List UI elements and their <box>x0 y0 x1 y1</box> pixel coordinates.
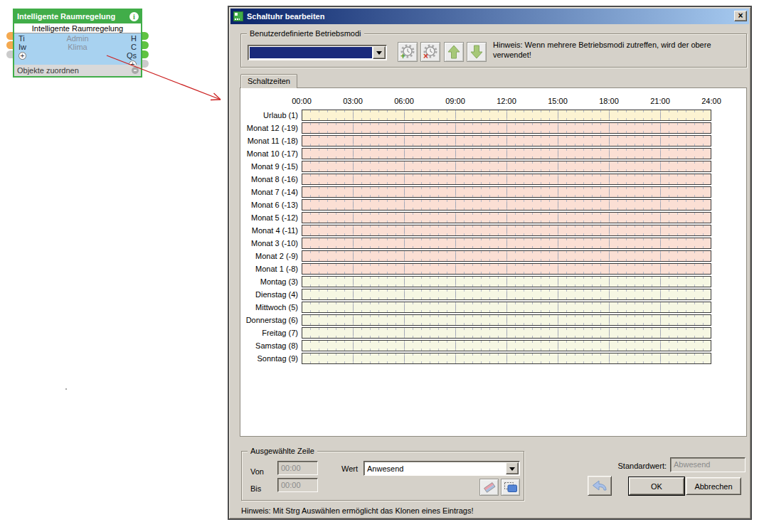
schedule-row-label[interactable]: Monat 8 (-16) <box>240 174 298 184</box>
schedule-row-track[interactable] <box>302 353 711 364</box>
von-label: Von <box>250 467 264 476</box>
time-axis-label: 06:00 <box>387 97 421 105</box>
betriebsmodi-combobox-dropdown-button[interactable] <box>373 46 386 59</box>
schedule-row-track[interactable] <box>302 212 711 223</box>
info-icon[interactable]: i <box>129 12 139 21</box>
schedule-row-track[interactable] <box>302 340 711 351</box>
schedule-row-label[interactable]: Monat 3 (-10) <box>240 238 298 248</box>
down-arrow-icon <box>470 45 483 59</box>
gear-icon[interactable] <box>132 67 139 74</box>
schedule-row-label[interactable]: Monat 1 (-8) <box>240 264 298 274</box>
schedule-row-track[interactable] <box>302 276 711 287</box>
tab-schaltzeiten[interactable]: Schaltzeiten <box>240 74 297 88</box>
schedule-row-label[interactable]: Mittwoch (5) <box>240 302 298 312</box>
ausgewaehlte-zeile-label: Ausgewählte Zeile <box>248 447 317 455</box>
schedule-row-label[interactable]: Monat 9 (-15) <box>240 161 298 171</box>
schedule-row-track[interactable] <box>302 199 711 211</box>
schedule-row-track[interactable] <box>302 289 711 300</box>
standardwert-label: Standardwert: <box>560 462 667 470</box>
schedule-row-label[interactable]: Monat 2 (-9) <box>240 251 298 261</box>
schedule-row-track[interactable] <box>302 135 711 147</box>
schedule-row-label[interactable]: Monat 7 (-14) <box>240 187 298 197</box>
time-axis-label: 09:00 <box>438 97 472 105</box>
dialog-titlebar[interactable]: Schaltuhr bearbeiten × <box>230 9 749 24</box>
erase-button[interactable] <box>479 479 499 496</box>
center-label: Klima <box>14 43 141 51</box>
input-port-0[interactable] <box>6 32 13 40</box>
block-body: TiIw+ AdminKlima HCQs+ <box>14 33 141 65</box>
schedule-row-track[interactable] <box>302 238 711 249</box>
selection-marquee-icon <box>504 481 518 494</box>
schedule-row-track[interactable] <box>302 148 711 159</box>
function-block-intelligente-raumregelung[interactable]: Intelligente Raumregelung i Intelligente… <box>13 9 142 78</box>
schedule-row-label[interactable]: Urlaub (1) <box>240 110 298 120</box>
wert-combobox-value: Anwesend <box>367 463 403 474</box>
output-port-1[interactable] <box>142 41 149 49</box>
schedule-row-track[interactable] <box>302 250 711 262</box>
schedule-row-label[interactable]: Monat 5 (-12) <box>240 213 298 223</box>
betriebsmodi-hint: Hinweis: Wenn mehrere Betriebsmodi zutre… <box>493 40 742 60</box>
schedule-row-label[interactable]: Samstag (8) <box>240 341 298 351</box>
schedule-row-track[interactable] <box>302 302 711 313</box>
cancel-button[interactable]: Abbrechen <box>686 477 741 495</box>
schedule-row-label[interactable]: Montag (3) <box>240 277 298 287</box>
schedule-row-track[interactable] <box>302 314 711 326</box>
delete-mode-button[interactable]: × <box>420 42 440 62</box>
block-footer[interactable]: Objekte zuordnen <box>14 65 141 76</box>
schedule-row-label[interactable]: Sonntag (9) <box>240 353 298 363</box>
schedule-row-label[interactable]: Dienstag (4) <box>240 289 298 299</box>
input-port-2[interactable] <box>6 50 13 58</box>
schedule-row-track[interactable] <box>302 327 711 339</box>
schedule-row-track[interactable] <box>302 225 711 236</box>
schedule-row-track[interactable] <box>302 122 711 134</box>
move-up-button[interactable] <box>444 42 464 62</box>
input-port-1[interactable] <box>6 41 13 49</box>
bottom-hint: Hinweis: Mit Strg Auswählen ermöglicht d… <box>241 506 474 515</box>
undo-button[interactable] <box>588 476 612 496</box>
schedule-row-track[interactable] <box>302 263 711 275</box>
schedule-row-track[interactable] <box>302 174 711 185</box>
add-mode-button[interactable]: + <box>398 42 418 62</box>
wert-combobox-dropdown-button[interactable] <box>506 462 519 474</box>
add-input-button[interactable]: + <box>18 52 26 60</box>
chevron-down-icon <box>376 51 382 58</box>
standardwert-field: Abwesend <box>670 457 746 472</box>
schedule-row-track[interactable] <box>302 186 711 198</box>
schedule-row-label[interactable]: Monat 12 (-19) <box>240 123 298 133</box>
block-title: Intelligente Raumregelung <box>17 12 115 21</box>
close-button[interactable]: × <box>734 11 747 21</box>
schedule-row-label[interactable]: Freitag (7) <box>240 328 298 338</box>
output-label: H <box>127 34 137 43</box>
wert-combobox[interactable]: Anwesend <box>364 461 520 476</box>
chevron-down-icon <box>509 467 515 474</box>
ok-button[interactable]: OK <box>629 477 684 495</box>
block-outputs: HCQs+ <box>127 34 137 68</box>
betriebsmodi-group-label: Benutzerdefinierte Betriebsmodi <box>247 29 364 38</box>
schedule-row-label[interactable]: Monat 6 (-13) <box>240 200 298 210</box>
center-label: Admin <box>14 34 141 43</box>
output-label: C <box>127 43 137 51</box>
output-port-3[interactable] <box>142 60 149 68</box>
bis-field: 00:00 <box>277 478 318 492</box>
wert-label: Wert <box>341 464 358 473</box>
schedule-row-label[interactable]: Monat 10 (-17) <box>240 149 298 159</box>
select-all-button[interactable] <box>501 479 520 496</box>
undo-arrow-icon <box>591 479 608 493</box>
time-axis-label: 18:00 <box>592 97 626 105</box>
schedule-row-label[interactable]: Monat 11 (-18) <box>240 136 298 146</box>
app-icon <box>233 11 243 21</box>
time-axis-label: 24:00 <box>694 97 728 105</box>
move-down-button[interactable] <box>467 42 487 62</box>
output-port-0[interactable] <box>142 32 149 40</box>
time-axis-label: 12:00 <box>489 97 524 105</box>
screen: Intelligente Raumregelung i Intelligente… <box>0 0 764 532</box>
up-arrow-icon <box>447 45 460 59</box>
schedule-row-label[interactable]: Donnerstag (6) <box>240 315 298 325</box>
delete-badge: × <box>423 52 428 60</box>
schedule-row-label[interactable]: Monat 4 (-11) <box>240 225 298 235</box>
block-footer-label: Objekte zuordnen <box>17 66 79 75</box>
schedule-row-track[interactable] <box>302 161 711 172</box>
schedule-row-track[interactable] <box>302 110 711 121</box>
output-port-2[interactable] <box>142 50 149 58</box>
betriebsmodi-combobox[interactable] <box>248 45 387 60</box>
